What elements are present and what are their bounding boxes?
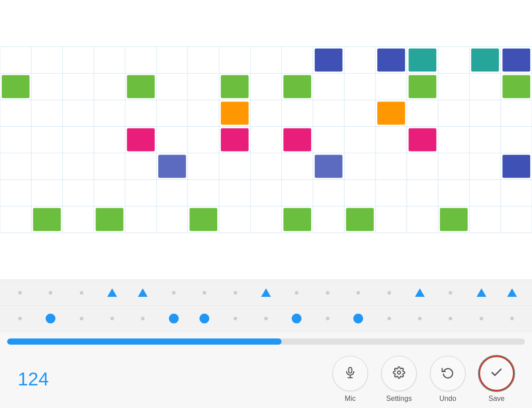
circle-cell-1[interactable] xyxy=(35,314,66,323)
triangle-cell-7[interactable] xyxy=(220,291,250,295)
svg-rect-47 xyxy=(33,208,61,231)
circle-cell-0[interactable] xyxy=(4,317,35,320)
circle-cell-14[interactable] xyxy=(435,317,466,320)
svg-rect-43 xyxy=(409,128,437,152)
undo-icon xyxy=(442,366,454,381)
circle-cell-5[interactable] xyxy=(158,314,189,323)
triangle-cell-3[interactable] xyxy=(97,288,127,297)
undo-button[interactable] xyxy=(430,356,466,391)
circle-cell-16[interactable] xyxy=(497,317,528,320)
svg-rect-34 xyxy=(377,49,405,72)
check-icon xyxy=(490,366,503,381)
mic-button[interactable] xyxy=(332,356,368,391)
progress-area xyxy=(0,333,532,350)
triangle-inactive-7 xyxy=(234,291,237,295)
circle-cell-7[interactable] xyxy=(220,317,250,320)
triangle-inactive-0 xyxy=(18,291,22,295)
svg-rect-44 xyxy=(158,155,186,178)
triangle-inactive-11 xyxy=(356,291,360,295)
settings-button[interactable] xyxy=(381,356,417,391)
circle-cell-2[interactable] xyxy=(66,317,97,320)
svg-rect-49 xyxy=(190,208,218,231)
gear-icon xyxy=(393,366,405,381)
btn-wrapper-mic: Mic xyxy=(332,356,368,403)
triangle-cell-11[interactable] xyxy=(343,291,373,295)
circle-inactive-12 xyxy=(387,317,391,320)
triangle-inactive-1 xyxy=(49,291,52,295)
mic-icon xyxy=(344,366,356,381)
svg-rect-40 xyxy=(127,128,155,152)
triangle-inactive-5 xyxy=(172,291,176,295)
circle-cell-6[interactable] xyxy=(189,314,219,323)
buttons-group: Mic Settings Undo Save xyxy=(332,356,514,403)
triangle-cell-16[interactable] xyxy=(497,288,528,297)
circle-inactive-0 xyxy=(18,317,22,320)
circle-cell-10[interactable] xyxy=(312,317,343,320)
grid-svg xyxy=(0,0,532,280)
triangle-inactive-14 xyxy=(449,291,452,295)
undo-label: Undo xyxy=(439,395,456,403)
circle-active-11 xyxy=(353,314,363,323)
svg-rect-32 xyxy=(502,75,530,98)
triangle-cell-8[interactable] xyxy=(250,288,281,297)
triangle-cell-6[interactable] xyxy=(189,291,219,295)
triangle-cell-10[interactable] xyxy=(312,291,343,295)
triangle-cell-9[interactable] xyxy=(282,291,312,295)
circle-cell-3[interactable] xyxy=(97,317,127,320)
circle-cell-9[interactable] xyxy=(282,314,312,323)
svg-rect-31 xyxy=(409,75,437,98)
triangle-cell-1[interactable] xyxy=(35,291,66,295)
svg-rect-27 xyxy=(2,75,30,98)
circle-inactive-4 xyxy=(141,317,145,320)
triangle-cell-14[interactable] xyxy=(435,291,466,295)
save-label: Save xyxy=(489,395,505,403)
triangle-cell-5[interactable] xyxy=(158,291,189,295)
circle-inactive-14 xyxy=(449,317,452,320)
sequencer-area xyxy=(0,280,532,333)
circle-active-9 xyxy=(292,314,301,323)
triangle-row xyxy=(0,280,532,306)
btn-wrapper-undo: Undo xyxy=(430,356,466,403)
circle-active-1 xyxy=(46,314,55,323)
circle-cell-12[interactable] xyxy=(374,317,404,320)
circle-cell-4[interactable] xyxy=(128,317,158,320)
circle-inactive-16 xyxy=(510,317,514,320)
svg-rect-37 xyxy=(502,49,530,72)
triangle-cell-4[interactable] xyxy=(128,288,158,297)
circle-inactive-10 xyxy=(326,317,329,320)
circle-inactive-8 xyxy=(264,317,268,320)
svg-rect-42 xyxy=(283,128,311,152)
triangle-cell-13[interactable] xyxy=(404,288,435,297)
grid-area xyxy=(0,0,532,280)
triangle-active-3 xyxy=(107,288,117,297)
circle-row xyxy=(0,306,532,331)
svg-point-56 xyxy=(398,371,401,374)
circle-inactive-13 xyxy=(418,317,422,320)
triangle-cell-0[interactable] xyxy=(4,291,35,295)
triangle-cell-15[interactable] xyxy=(466,288,497,297)
btn-wrapper-settings: Settings xyxy=(381,356,417,403)
triangle-inactive-9 xyxy=(295,291,298,295)
circle-cell-13[interactable] xyxy=(404,317,435,320)
svg-rect-51 xyxy=(346,208,374,231)
circle-inactive-2 xyxy=(80,317,83,320)
svg-rect-41 xyxy=(221,128,249,152)
circle-cell-15[interactable] xyxy=(466,317,497,320)
svg-rect-46 xyxy=(502,155,530,178)
btn-wrapper-save: Save xyxy=(479,356,514,403)
triangle-active-16 xyxy=(507,288,517,297)
triangle-inactive-12 xyxy=(387,291,391,295)
svg-rect-39 xyxy=(377,102,405,125)
triangle-inactive-10 xyxy=(326,291,329,295)
svg-rect-50 xyxy=(283,208,311,231)
triangle-inactive-2 xyxy=(80,291,83,295)
circle-cell-8[interactable] xyxy=(250,317,281,320)
triangle-active-13 xyxy=(415,288,425,297)
triangle-cell-12[interactable] xyxy=(374,291,404,295)
svg-rect-35 xyxy=(409,49,437,72)
svg-rect-48 xyxy=(96,208,124,231)
save-button[interactable] xyxy=(479,356,514,391)
svg-rect-0 xyxy=(0,47,532,233)
circle-cell-11[interactable] xyxy=(343,314,373,323)
triangle-cell-2[interactable] xyxy=(66,291,97,295)
